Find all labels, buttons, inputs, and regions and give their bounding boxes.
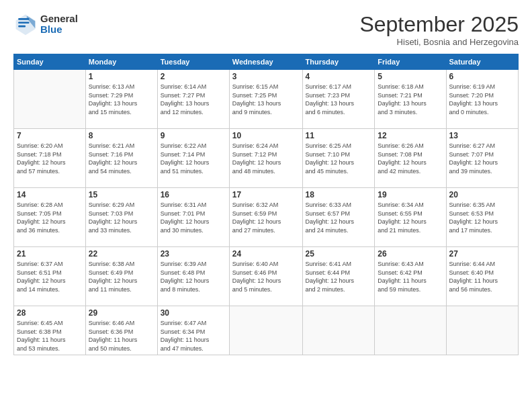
title-section: September 2025 Hiseti, Bosnia and Herzeg… <box>359 12 519 47</box>
svg-rect-4 <box>18 21 29 24</box>
day-info: Sunrise: 6:27 AMSunset: 7:07 PMDaylight:… <box>449 142 515 175</box>
day-info: Sunrise: 6:47 AMSunset: 6:34 PMDaylight:… <box>161 319 226 353</box>
calendar-cell: 24Sunrise: 6:40 AMSunset: 6:46 PMDayligh… <box>229 247 302 306</box>
day-info: Sunrise: 6:29 AMSunset: 7:03 PMDaylight:… <box>89 201 154 234</box>
day-number: 4 <box>306 72 372 81</box>
day-info: Sunrise: 6:37 AMSunset: 6:51 PMDaylight:… <box>17 260 83 293</box>
col-wednesday: Wednesday <box>229 54 302 70</box>
calendar: Sunday Monday Tuesday Wednesday Thursday… <box>13 54 519 355</box>
day-info: Sunrise: 6:45 AMSunset: 6:38 PMDaylight:… <box>17 319 83 353</box>
calendar-cell: 30Sunrise: 6:47 AMSunset: 6:34 PMDayligh… <box>157 306 229 355</box>
day-info: Sunrise: 6:40 AMSunset: 6:46 PMDaylight:… <box>232 260 300 293</box>
day-number: 25 <box>306 249 372 259</box>
day-number: 1 <box>89 72 154 81</box>
day-number: 27 <box>449 249 515 259</box>
svg-rect-3 <box>18 18 29 20</box>
day-number: 9 <box>161 131 226 140</box>
day-info: Sunrise: 6:18 AMSunset: 7:21 PMDaylight:… <box>378 83 443 116</box>
subtitle: Hiseti, Bosnia and Herzegovina <box>359 37 519 47</box>
calendar-cell: 13Sunrise: 6:27 AMSunset: 7:07 PMDayligh… <box>446 129 518 188</box>
day-info: Sunrise: 6:38 AMSunset: 6:49 PMDaylight:… <box>89 260 154 293</box>
weekday-row: Sunday Monday Tuesday Wednesday Thursday… <box>14 54 519 70</box>
calendar-cell: 17Sunrise: 6:32 AMSunset: 6:59 PMDayligh… <box>229 188 302 247</box>
day-info: Sunrise: 6:25 AMSunset: 7:10 PMDaylight:… <box>306 142 372 175</box>
calendar-cell: 3Sunrise: 6:15 AMSunset: 7:25 PMDaylight… <box>229 70 302 129</box>
calendar-cell: 27Sunrise: 6:44 AMSunset: 6:40 PMDayligh… <box>446 247 518 306</box>
day-info: Sunrise: 6:13 AMSunset: 7:29 PMDaylight:… <box>89 83 154 116</box>
header: General Blue September 2025 Hiseti, Bosn… <box>13 12 519 47</box>
calendar-cell: 2Sunrise: 6:14 AMSunset: 7:27 PMDaylight… <box>157 70 229 129</box>
day-info: Sunrise: 6:31 AMSunset: 7:01 PMDaylight:… <box>161 201 226 234</box>
day-info: Sunrise: 6:41 AMSunset: 6:44 PMDaylight:… <box>306 260 372 293</box>
calendar-cell <box>375 306 446 355</box>
calendar-cell: 23Sunrise: 6:39 AMSunset: 6:48 PMDayligh… <box>157 247 229 306</box>
day-info: Sunrise: 6:28 AMSunset: 7:05 PMDaylight:… <box>17 201 83 234</box>
day-number: 13 <box>449 131 515 140</box>
day-number: 6 <box>449 72 515 81</box>
calendar-cell: 28Sunrise: 6:45 AMSunset: 6:38 PMDayligh… <box>14 306 86 355</box>
day-info: Sunrise: 6:15 AMSunset: 7:25 PMDaylight:… <box>232 83 300 116</box>
calendar-cell: 7Sunrise: 6:20 AMSunset: 7:18 PMDaylight… <box>14 129 86 188</box>
calendar-cell: 1Sunrise: 6:13 AMSunset: 7:29 PMDaylight… <box>85 70 157 129</box>
day-info: Sunrise: 6:33 AMSunset: 6:57 PMDaylight:… <box>306 201 372 234</box>
page: General Blue September 2025 Hiseti, Bosn… <box>0 0 532 411</box>
day-number: 5 <box>378 72 443 81</box>
calendar-cell: 11Sunrise: 6:25 AMSunset: 7:10 PMDayligh… <box>302 129 375 188</box>
calendar-cell: 12Sunrise: 6:26 AMSunset: 7:08 PMDayligh… <box>375 129 446 188</box>
day-number: 28 <box>17 308 83 318</box>
calendar-cell <box>229 306 302 355</box>
calendar-header: Sunday Monday Tuesday Wednesday Thursday… <box>14 54 519 70</box>
day-info: Sunrise: 6:21 AMSunset: 7:16 PMDaylight:… <box>89 142 154 175</box>
day-number: 3 <box>232 72 300 81</box>
day-info: Sunrise: 6:14 AMSunset: 7:27 PMDaylight:… <box>161 83 226 116</box>
col-monday: Monday <box>85 54 157 70</box>
month-title: September 2025 <box>359 12 519 37</box>
calendar-cell: 10Sunrise: 6:24 AMSunset: 7:12 PMDayligh… <box>229 129 302 188</box>
day-info: Sunrise: 6:32 AMSunset: 6:59 PMDaylight:… <box>232 201 300 234</box>
day-number: 11 <box>306 131 372 140</box>
day-info: Sunrise: 6:20 AMSunset: 7:18 PMDaylight:… <box>17 142 83 175</box>
day-info: Sunrise: 6:19 AMSunset: 7:20 PMDaylight:… <box>449 83 515 116</box>
day-number: 24 <box>232 249 300 259</box>
day-info: Sunrise: 6:26 AMSunset: 7:08 PMDaylight:… <box>378 142 443 175</box>
day-number: 2 <box>161 72 226 81</box>
logo-general: General <box>40 13 78 25</box>
calendar-body: 1Sunrise: 6:13 AMSunset: 7:29 PMDaylight… <box>14 70 519 355</box>
calendar-cell: 26Sunrise: 6:43 AMSunset: 6:42 PMDayligh… <box>375 247 446 306</box>
day-info: Sunrise: 6:22 AMSunset: 7:14 PMDaylight:… <box>161 142 226 175</box>
day-number: 14 <box>17 190 83 199</box>
col-thursday: Thursday <box>302 54 375 70</box>
calendar-cell: 8Sunrise: 6:21 AMSunset: 7:16 PMDaylight… <box>85 129 157 188</box>
day-info: Sunrise: 6:46 AMSunset: 6:36 PMDaylight:… <box>89 319 154 353</box>
logo-blue: Blue <box>40 24 78 36</box>
calendar-cell: 29Sunrise: 6:46 AMSunset: 6:36 PMDayligh… <box>85 306 157 355</box>
calendar-cell: 6Sunrise: 6:19 AMSunset: 7:20 PMDaylight… <box>446 70 518 129</box>
day-number: 15 <box>89 190 154 199</box>
day-number: 29 <box>89 308 154 318</box>
calendar-cell <box>446 306 518 355</box>
week-row-4: 28Sunrise: 6:45 AMSunset: 6:38 PMDayligh… <box>14 306 519 355</box>
day-info: Sunrise: 6:24 AMSunset: 7:12 PMDaylight:… <box>232 142 300 175</box>
logo-text: General Blue <box>40 13 78 36</box>
week-row-0: 1Sunrise: 6:13 AMSunset: 7:29 PMDaylight… <box>14 70 519 129</box>
calendar-cell: 9Sunrise: 6:22 AMSunset: 7:14 PMDaylight… <box>157 129 229 188</box>
col-sunday: Sunday <box>14 54 86 70</box>
calendar-cell <box>14 70 86 129</box>
day-number: 12 <box>378 131 443 140</box>
col-saturday: Saturday <box>446 54 518 70</box>
day-number: 19 <box>378 190 443 199</box>
calendar-cell: 19Sunrise: 6:34 AMSunset: 6:55 PMDayligh… <box>375 188 446 247</box>
calendar-cell: 22Sunrise: 6:38 AMSunset: 6:49 PMDayligh… <box>85 247 157 306</box>
calendar-cell: 14Sunrise: 6:28 AMSunset: 7:05 PMDayligh… <box>14 188 86 247</box>
day-info: Sunrise: 6:43 AMSunset: 6:42 PMDaylight:… <box>378 260 443 293</box>
week-row-1: 7Sunrise: 6:20 AMSunset: 7:18 PMDaylight… <box>14 129 519 188</box>
day-number: 16 <box>161 190 226 199</box>
day-info: Sunrise: 6:35 AMSunset: 6:53 PMDaylight:… <box>449 201 515 234</box>
calendar-cell: 16Sunrise: 6:31 AMSunset: 7:01 PMDayligh… <box>157 188 229 247</box>
calendar-cell: 4Sunrise: 6:17 AMSunset: 7:23 PMDaylight… <box>302 70 375 129</box>
logo-icon <box>13 12 38 36</box>
logo: General Blue <box>13 12 78 36</box>
day-number: 21 <box>17 249 83 259</box>
day-info: Sunrise: 6:44 AMSunset: 6:40 PMDaylight:… <box>449 260 515 293</box>
calendar-cell: 21Sunrise: 6:37 AMSunset: 6:51 PMDayligh… <box>14 247 86 306</box>
